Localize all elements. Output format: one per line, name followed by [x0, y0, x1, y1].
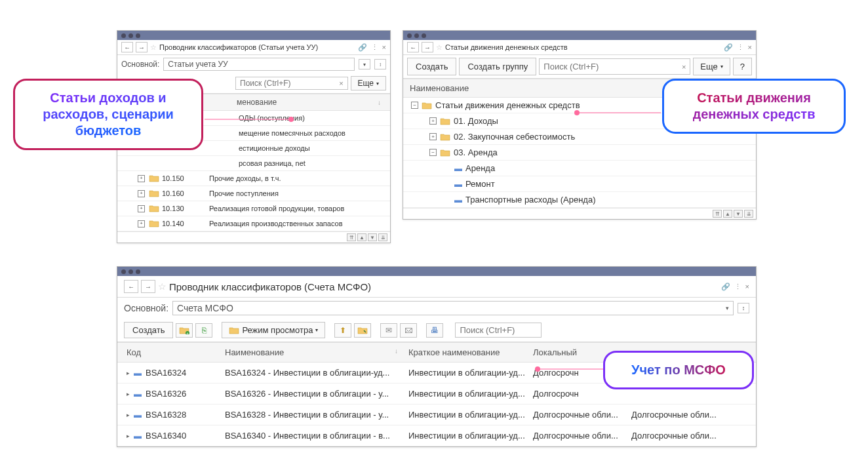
expand-icon[interactable]: +	[429, 117, 437, 125]
col-name-header[interactable]: Наименование ↓	[222, 346, 406, 359]
pager-last[interactable]: ⇊	[378, 233, 387, 241]
favorite-icon[interactable]: ☆	[158, 281, 167, 292]
folder-icon	[149, 189, 159, 197]
create-button[interactable]: Создать	[407, 58, 456, 75]
search-input[interactable]	[540, 59, 678, 74]
tree-item[interactable]: ▬ Ремонт	[403, 176, 756, 192]
pager-first[interactable]: ⇈	[713, 210, 722, 218]
list-row[interactable]: + 10.130 Реализация готовой продукции, т…	[117, 201, 390, 216]
combo-expand-button[interactable]: ↕	[738, 303, 749, 313]
expand-caret-icon[interactable]: ▸	[127, 433, 130, 439]
collapse-icon[interactable]: −	[429, 149, 437, 156]
tb-min-icon[interactable]	[128, 269, 133, 274]
tb-min-icon[interactable]	[414, 33, 419, 38]
favorite-icon[interactable]: ☆	[436, 43, 443, 52]
print-button[interactable]: 🖶	[426, 323, 443, 338]
help-button[interactable]: ?	[733, 58, 752, 75]
new-folder-button[interactable]: +	[176, 323, 193, 338]
link-icon[interactable]: 🔗	[721, 283, 730, 291]
favorite-icon[interactable]: ☆	[150, 43, 157, 52]
close-icon[interactable]: ×	[748, 43, 752, 51]
titlebar[interactable]	[117, 31, 390, 40]
sort-arrow-icon[interactable]: ↓	[378, 99, 386, 106]
clear-search-button[interactable]: ×	[335, 79, 347, 87]
nav-back-button[interactable]: ←	[121, 42, 133, 52]
list-row[interactable]: + 10.140 Реализация производственных зап…	[117, 216, 390, 231]
tb-max-icon[interactable]	[422, 33, 426, 38]
tree-folder[interactable]: − 03. Аренда	[403, 145, 756, 161]
main-combo[interactable]: Счета МСФО ▾	[172, 301, 734, 315]
expand-icon[interactable]: +	[138, 205, 145, 212]
expand-caret-icon[interactable]: ▸	[127, 391, 130, 397]
copy-button[interactable]: ⎘	[195, 323, 212, 338]
nav-back-button[interactable]: ←	[407, 42, 419, 52]
expand-caret-icon[interactable]: ▸	[127, 370, 130, 376]
close-icon[interactable]: ×	[745, 283, 749, 290]
search-input[interactable]	[456, 323, 541, 337]
item-icon: ▬	[454, 164, 462, 173]
more-button[interactable]: Еще ▾	[693, 58, 730, 75]
view-mode-button[interactable]: Режим просмотра ▾	[222, 322, 325, 338]
create-group-button[interactable]: Создать группу	[459, 58, 536, 75]
col-code-header[interactable]: Код	[124, 346, 222, 359]
clear-search-button[interactable]: ×	[678, 63, 690, 71]
list-row[interactable]: + 10.160 Прочие поступления	[117, 186, 390, 201]
close-icon[interactable]: ×	[382, 43, 386, 51]
tb-close-icon[interactable]	[407, 33, 412, 38]
search-input[interactable]	[236, 77, 335, 89]
more-icon[interactable]: ⋮	[737, 43, 744, 52]
expand-icon[interactable]: +	[138, 190, 145, 197]
tb-close-icon[interactable]	[121, 33, 126, 38]
list-row[interactable]: + 10.150 Прочие доходы, в т.ч.	[117, 171, 390, 186]
titlebar[interactable]	[403, 31, 756, 40]
expand-icon[interactable]: +	[429, 133, 437, 140]
item-icon: ▬	[134, 368, 142, 378]
row-code: 10.150	[159, 173, 196, 184]
tb-close-icon[interactable]	[121, 269, 126, 274]
titlebar[interactable]	[117, 267, 756, 276]
row-code: BSA16326	[146, 389, 186, 399]
expand-icon[interactable]: +	[138, 220, 145, 227]
nav-forward-button[interactable]: →	[136, 42, 148, 52]
more-button[interactable]: Еще▾	[351, 76, 386, 90]
window-title: Статьи движения денежных средств	[445, 43, 568, 51]
expand-icon[interactable]: +	[138, 175, 145, 182]
pager-last[interactable]: ⇊	[744, 210, 753, 218]
more-icon[interactable]: ⋮	[371, 43, 378, 52]
link-icon[interactable]: 🔗	[724, 43, 733, 52]
combo-dropdown-button[interactable]: ▾	[359, 59, 370, 69]
tb-min-icon[interactable]	[128, 33, 133, 38]
main-combo[interactable]: Статьи учета УУ	[163, 58, 355, 71]
mail-button[interactable]: ✉	[380, 323, 397, 338]
pager-first[interactable]: ⇈	[347, 233, 356, 241]
pager-prev[interactable]: ▲	[723, 210, 732, 218]
col-local-header[interactable]: Локальный	[530, 346, 602, 359]
col-short-header[interactable]: Краткое наименование	[406, 346, 530, 359]
tree-label: 03. Аренда	[454, 148, 498, 157]
collapse-icon[interactable]: −	[411, 102, 418, 109]
expand-caret-icon[interactable]: ▸	[127, 412, 130, 418]
tb-max-icon[interactable]	[136, 33, 140, 38]
attach-button[interactable]: 🖂	[400, 323, 417, 338]
create-button[interactable]: Создать	[124, 322, 173, 338]
link-icon[interactable]: 🔗	[358, 43, 367, 52]
folder-icon	[149, 205, 159, 212]
tree-label: 02. Закупочная себестоимость	[454, 132, 575, 142]
tree-item[interactable]: ▬ Транспортные расходы (Аренда)	[403, 192, 756, 208]
table-row[interactable]: ▸ ▬ BSA16340 BSA16340 - Инвестиции в обл…	[117, 425, 756, 446]
pager-next[interactable]: ▼	[734, 210, 743, 218]
more-icon[interactable]: ⋮	[734, 283, 741, 291]
nav-forward-button[interactable]: →	[141, 280, 155, 293]
nav-forward-button[interactable]: →	[422, 42, 433, 52]
tb-max-icon[interactable]	[136, 269, 140, 274]
tree-item[interactable]: ▬ Аренда	[403, 161, 756, 176]
list-row[interactable]: рсовая разница, net	[117, 156, 390, 171]
move-button[interactable]	[354, 323, 371, 338]
pager-next[interactable]: ▼	[368, 233, 377, 241]
pager-prev[interactable]: ▲	[357, 233, 366, 241]
combo-expand-button[interactable]: ↕	[374, 59, 386, 69]
nav-back-button[interactable]: ←	[124, 280, 138, 293]
table-row[interactable]: ▸ ▬ BSA16328 BSA16328 - Инвестиции в обл…	[117, 404, 756, 425]
col-name-header[interactable]: Наименование	[410, 83, 469, 93]
move-up-button[interactable]: ⬆	[334, 323, 351, 338]
